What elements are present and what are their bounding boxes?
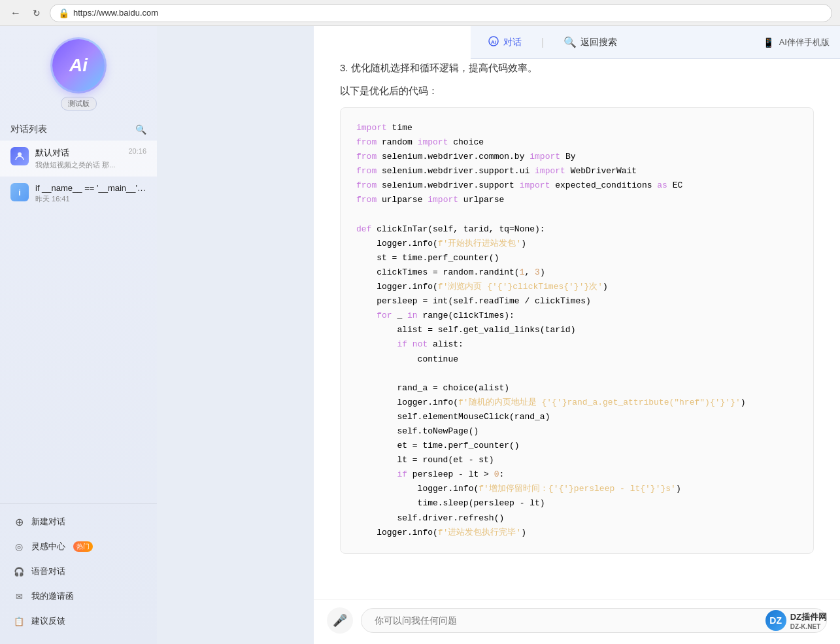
voice-label: 语音对话 — [31, 566, 65, 577]
code-line-9: st = time.perf_counter() — [356, 251, 798, 265]
sidebar-item-feedback[interactable]: 📋 建议反馈 — [0, 609, 157, 634]
conv-item-default[interactable]: 默认对话 我做短视频之类的话 那... 20:16 — [0, 141, 157, 177]
back-label: 返回搜索 — [580, 37, 617, 48]
code-line-15: if not alist: — [356, 337, 798, 352]
dz-logo: DZ — [765, 610, 786, 631]
code-line-3: from selenium.webdriver.common.by import… — [356, 150, 798, 164]
code-line-12: persleep = int(self.readTime / clickTime… — [356, 294, 798, 309]
ai-logo: Ai — [52, 39, 105, 92]
code-line-23: if persleep - lt > 0: — [356, 467, 798, 482]
url-bar[interactable]: 🔒 https://www.baidu.com — [50, 4, 832, 22]
conv-content-default: 默认对话 我做短视频之类的话 那... — [35, 147, 122, 170]
conv-search-icon[interactable]: 🔍 — [135, 124, 146, 135]
code-line-blank-2 — [356, 367, 798, 381]
security-icon: 🔒 — [58, 8, 69, 18]
conv-item-main[interactable]: i if __name__ == '__main__':... 昨天 16:41 — [0, 177, 157, 211]
conv-name-default: 默认对话 — [35, 147, 122, 159]
conv-preview-default: 我做短视频之类的话 那... — [35, 160, 122, 170]
code-line-21: et = time.perf_counter() — [356, 439, 798, 453]
code-line-14: alist = self.get_valid_links(tarid) — [356, 323, 798, 337]
sidebar-item-inspiration[interactable]: ◎ 灵感中心 热门 — [0, 534, 157, 559]
envelope-icon: ✉ — [13, 590, 25, 602]
conv-content-main: if __name__ == '__main__':... 昨天 16:41 — [35, 183, 146, 204]
svg-text:Ai: Ai — [491, 39, 496, 45]
inspiration-label: 灵感中心 — [31, 541, 65, 552]
beta-badge: 测试版 — [61, 97, 97, 110]
conv-avatar-default — [10, 147, 29, 165]
code-line-7: def clickInTar(self, tarid, tq=None): — [356, 222, 798, 237]
intro-text: 3. 优化随机选择和循环逻辑，提高代码效率。 以下是优化后的代码： — [340, 59, 814, 99]
chat-input[interactable] — [361, 608, 827, 633]
sidebar-item-voice[interactable]: 🎧 语音对话 — [0, 559, 157, 584]
new-conv-label: 新建对话 — [31, 516, 65, 528]
conv-name-main: if __name__ == '__main__':... — [35, 183, 146, 193]
search-icon: 🔍 — [563, 36, 577, 48]
code-line-4: from selenium.webdriver.support.ui impor… — [356, 164, 798, 178]
code-line-25: time.sleep(persleep - lt) — [356, 496, 798, 511]
dz-sub-text: DZ-K.NET — [790, 623, 827, 630]
conv-list-header: 对话列表 🔍 — [0, 124, 157, 135]
dialog-icon: Ai — [488, 35, 499, 50]
headphone-icon: 🎧 — [13, 566, 25, 577]
code-line-27: logger.info(f'进站发包执行完毕') — [356, 526, 798, 540]
sidebar-item-new-conv[interactable]: ⊕ 新建对话 — [0, 509, 157, 534]
code-line-22: lt = round(et - st) — [356, 453, 798, 467]
right-label: AI伴伴手机版 — [779, 37, 830, 48]
code-line-18: logger.info(f'随机的内页地址是 {'{'}rand_a.get_a… — [356, 396, 798, 410]
code-line-2: from random import choice — [356, 135, 798, 150]
nav-separator: | — [541, 37, 544, 48]
hot-badge: 热门 — [73, 541, 93, 552]
code-line-13: for _ in range(clickTimes): — [356, 309, 798, 323]
browser-bar: ← ↻ 🔒 https://www.baidu.com — [0, 0, 840, 26]
main-container: Ai 测试版 对话列表 🔍 默认对话 我做短视频之类的话 那... 20:16 — [0, 26, 840, 644]
code-line-5: from selenium.webdriver.support import e… — [356, 178, 798, 193]
code-line-16: continue — [356, 352, 798, 367]
code-line-17: rand_a = choice(alist) — [356, 381, 798, 396]
top-nav: Ai 对话 | 🔍 返回搜索 📱 AI伴伴手机版 — [471, 26, 840, 59]
mobile-icon: 📱 — [763, 37, 774, 48]
code-line-6: from urlparse import urlparse — [356, 193, 798, 207]
sidebar-item-invite[interactable]: ✉ 我的邀请函 — [0, 584, 157, 609]
code-line-1: import time — [356, 121, 798, 135]
top-nav-right: 📱 AI伴伴手机版 — [763, 37, 830, 48]
code-line-11: logger.info(f'浏览内页 {'{'}clickTimes{'}'}次… — [356, 280, 798, 294]
refresh-button[interactable]: ↻ — [29, 5, 44, 21]
sidebar: Ai 测试版 对话列表 🔍 默认对话 我做短视频之类的话 那... 20:16 — [0, 26, 157, 644]
code-line-10: clickTimes = random.randint(1, 3) — [356, 265, 798, 280]
inspiration-icon: ◎ — [13, 541, 25, 552]
code-line-8: logger.info(f'开始执行进站发包') — [356, 237, 798, 251]
top-nav-dialog[interactable]: Ai 对话 — [481, 31, 528, 54]
mic-button[interactable]: 🎤 — [327, 607, 353, 634]
feedback-label: 建议反馈 — [31, 615, 65, 627]
ai-logo-container: Ai 测试版 — [52, 39, 105, 110]
intro-line-2: 以下是优化后的代码： — [340, 82, 814, 99]
code-line-26: self.driver.refresh() — [356, 511, 798, 526]
url-text: https://www.baidu.com — [73, 8, 158, 18]
chat-area: 3. 优化随机选择和循环逻辑，提高代码效率。 以下是优化后的代码： import… — [314, 26, 840, 599]
plus-icon: ⊕ — [13, 516, 25, 528]
input-area: 🎤 — [314, 599, 840, 644]
svg-point-0 — [18, 152, 22, 156]
conv-list-title: 对话列表 — [10, 124, 47, 135]
code-line-20: self.toNewPage() — [356, 424, 798, 439]
top-nav-back[interactable]: 🔍 返回搜索 — [557, 32, 624, 52]
code-line-24: logger.info(f'增加停留时间：{'{'}persleep - lt{… — [356, 482, 798, 496]
main-content: Ai 对话 | 🔍 返回搜索 📱 AI伴伴手机版 3. 优化随机选择和循环逻辑，… — [314, 26, 840, 644]
invite-label: 我的邀请函 — [31, 590, 74, 602]
conv-preview-main: 昨天 16:41 — [35, 194, 146, 204]
dz-watermark: DZ DZ插件网 DZ-K.NET — [765, 610, 827, 631]
feedback-icon: 📋 — [13, 615, 25, 627]
conv-avatar-main: i — [10, 183, 29, 201]
ai-logo-text: Ai — [69, 55, 88, 76]
conv-time-default: 20:16 — [128, 147, 146, 155]
dialog-label: 对话 — [503, 37, 522, 48]
sidebar-bottom: ⊕ 新建对话 ◎ 灵感中心 热门 🎧 语音对话 ✉ 我的邀请函 📋 建议反馈 — [0, 503, 157, 644]
back-button[interactable]: ← — [8, 5, 24, 21]
code-block: import time from random import choice fr… — [340, 107, 814, 554]
intro-line-1: 3. 优化随机选择和循环逻辑，提高代码效率。 — [340, 59, 814, 76]
dz-text: DZ插件网 DZ-K.NET — [790, 611, 827, 630]
dz-main-text: DZ插件网 — [790, 611, 827, 623]
code-line-19: self.elementMouseClick(rand_a) — [356, 410, 798, 424]
code-line-blank-1 — [356, 208, 798, 222]
